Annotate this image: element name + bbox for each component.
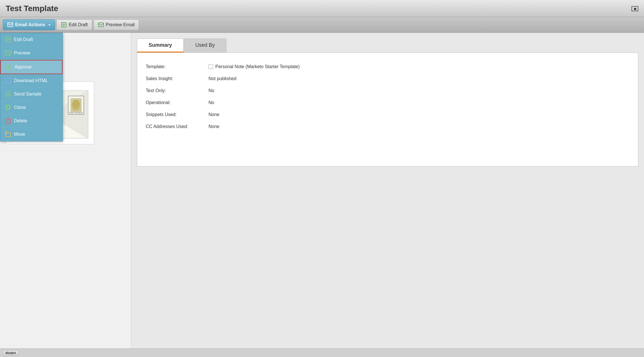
email-actions-label: Email Actions [15,22,45,27]
toolbar: Email Actions ▼ Edit Draft [0,17,644,33]
dropdown-approve-label: Approve [15,64,32,70]
svg-text:HTML: HTML [6,80,11,82]
edit-draft-button[interactable]: Edit Draft [56,19,92,30]
template-name: Personal Note (Marketo Starter Template) [215,64,300,69]
svg-point-45 [72,100,79,108]
dropdown-approve-icon [5,64,12,70]
dropdown-preview-label: Preview [14,50,30,56]
dropdown-item-move[interactable]: Move [0,128,62,141]
tab-summary-label: Summary [149,42,172,48]
template-checkbox[interactable] [208,64,213,69]
dropdown-item-preview[interactable]: Preview [0,46,62,60]
tabs: Summary Used By [137,38,638,52]
dropdown-arrow-icon: ▼ [48,23,51,27]
svg-text:TWO PENCE: TWO PENCE [69,111,83,114]
text-only-value: No [208,88,629,93]
template-value: Personal Note (Marketo Starter Template) [208,64,629,69]
status-bar: Mode# [0,348,644,357]
preview-email-button[interactable]: Preview Email [94,19,139,30]
email-actions-icon [7,22,13,28]
summary-grid: Template: Personal Note (Marketo Starter… [146,64,629,129]
dropdown-item-clone[interactable]: Clone [0,101,62,114]
dropdown-item-delete[interactable]: Delete [0,114,62,128]
svg-point-11 [6,64,11,70]
toolbar-wrapper: Email Actions ▼ Edit Draft [0,17,644,33]
mode-label: Mode# [5,351,16,355]
svg-rect-18 [6,119,10,123]
dropdown-move-label: Move [14,132,25,137]
email-actions-button[interactable]: Email Actions ▼ [3,19,55,30]
edit-draft-label: Edit Draft [69,22,88,27]
dropdown-edit-draft-icon [5,36,11,43]
window-controls[interactable]: ▣ [631,6,638,11]
tab-content-summary: Template: Personal Note (Marketo Starter… [137,52,638,167]
dropdown-item-send-sample[interactable]: Send Sample [0,88,62,101]
right-panel: Summary Used By Template: Personal Note … [131,33,644,357]
operational-value: No [208,100,629,105]
sales-insight-value: Not published [208,76,629,81]
dropdown-download-html-label: Download HTML [14,78,48,83]
tab-used-by-label: Used By [195,42,215,48]
maximize-icon[interactable]: ▣ [631,6,638,11]
page-title: Test Template [6,4,58,13]
tab-used-by[interactable]: Used By [184,38,226,52]
dropdown-download-html-icon: HTML [5,78,11,84]
snippets-used-value: None [208,112,629,117]
title-bar: Test Template ▣ [0,0,644,17]
dropdown-move-icon [5,131,11,137]
dropdown-delete-label: Delete [14,118,27,123]
dropdown-send-sample-icon [5,91,11,97]
dropdown-item-edit-draft[interactable]: Edit Draft [0,33,62,46]
dropdown-item-download-html[interactable]: HTML Download HTML [0,74,62,88]
dropdown-preview-icon [5,50,11,56]
dropdown-item-approve[interactable]: Approve [0,60,62,74]
dropdown-edit-draft-label: Edit Draft [14,37,33,42]
dropdown-clone-label: Clone [14,105,26,110]
mode-button[interactable]: Mode# [3,350,19,356]
preview-email-icon [98,22,104,28]
svg-rect-10 [5,51,11,55]
preview-email-label: Preview Email [106,22,135,27]
dropdown-delete-icon [5,118,11,124]
tab-summary[interactable]: Summary [137,38,184,52]
text-only-label: Text Only: [146,88,203,93]
cc-addresses-value: None [208,124,629,129]
template-label: Template: [146,64,203,69]
svg-rect-0 [8,23,13,27]
main-content: te From email Status: Draft Version: 2.0 [0,33,644,357]
email-actions-dropdown: Edit Draft Preview Approve [0,33,63,141]
edit-draft-icon [61,22,67,28]
operational-label: Operational: [146,100,203,105]
snippets-used-label: Snippets Used: [146,112,203,117]
dropdown-send-sample-label: Send Sample [14,92,41,97]
cc-addresses-label: CC Addresses Used: [146,124,203,129]
svg-rect-5 [98,23,104,27]
dropdown-clone-icon [5,104,11,111]
sales-insight-label: Sales Insight: [146,76,203,81]
